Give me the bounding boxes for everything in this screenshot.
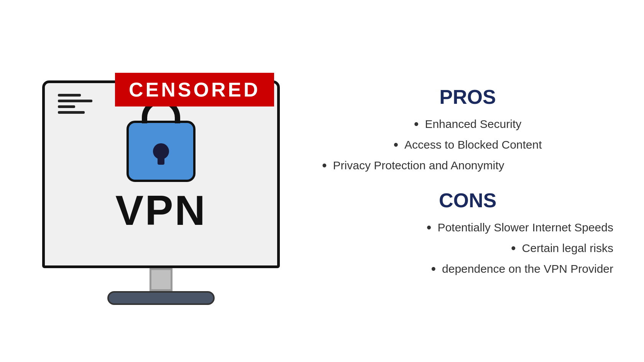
pros-item-3: Privacy Protection and Anonymity bbox=[322, 157, 613, 174]
pros-section: PROS Enhanced Security Access to Blocked… bbox=[322, 85, 613, 174]
illustration-panel: CENSORED VPN bbox=[31, 57, 291, 305]
pros-list: Enhanced Security Access to Blocked Cont… bbox=[322, 116, 613, 174]
main-container: CENSORED VPN bbox=[0, 0, 644, 362]
screen-line-4 bbox=[58, 111, 85, 114]
monitor-neck bbox=[150, 268, 172, 291]
censored-banner: CENSORED bbox=[115, 73, 274, 106]
screen-line-1 bbox=[58, 94, 81, 97]
monitor-wrapper: VPN bbox=[42, 80, 280, 305]
screen-line-2 bbox=[58, 100, 92, 102]
cons-item-3: dependence on the VPN Provider bbox=[431, 261, 613, 277]
pros-item-1: Enhanced Security bbox=[322, 116, 613, 132]
pros-title: PROS bbox=[322, 85, 613, 108]
lock-icon bbox=[127, 98, 196, 182]
cons-section: CONS Potentially Slower Internet Speeds … bbox=[322, 189, 613, 277]
monitor-base bbox=[107, 291, 215, 305]
lock-body bbox=[127, 121, 196, 182]
monitor-screen: VPN bbox=[42, 80, 280, 268]
pros-item-2: Access to Blocked Content bbox=[322, 137, 613, 153]
cons-title: CONS bbox=[322, 189, 613, 212]
cons-list: Potentially Slower Internet Speeds Certa… bbox=[322, 219, 613, 277]
screen-line-3 bbox=[58, 105, 75, 108]
vpn-label: VPN bbox=[115, 186, 207, 234]
cons-item-1: Potentially Slower Internet Speeds bbox=[427, 219, 613, 236]
cons-item-2: Certain legal risks bbox=[511, 240, 613, 256]
keyhole-icon bbox=[153, 143, 169, 159]
screen-lines-decoration bbox=[58, 94, 92, 114]
pros-cons-panel: PROS Enhanced Security Access to Blocked… bbox=[291, 85, 613, 277]
